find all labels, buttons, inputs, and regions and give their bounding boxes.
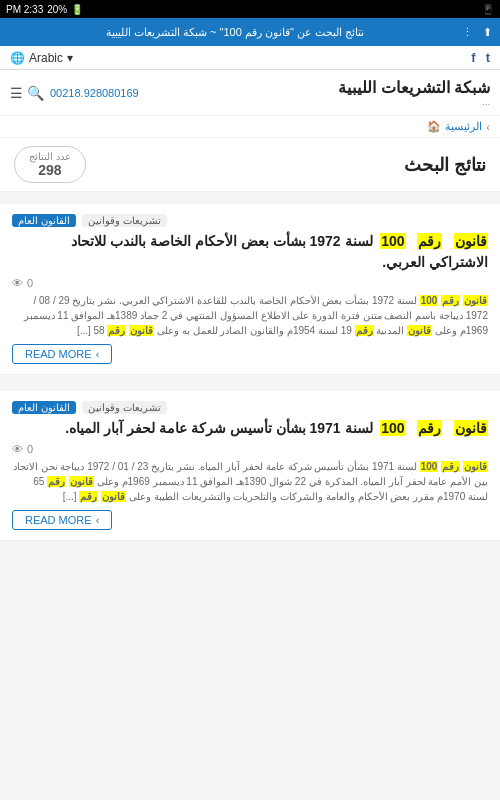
status-bar-info: 🔋 20% 2:33 PM (6, 4, 83, 15)
result-card: تشريعات وقوانين القانون العام قانون رقم … (0, 204, 500, 375)
highlight-raqm: رقم (417, 233, 442, 249)
card-tags-2: تشريعات وقوانين القانون العام (12, 401, 488, 414)
highlight-qanoon-2: قانون (454, 420, 488, 436)
breadcrumb: › الرئيسية 🏠 (0, 116, 500, 138)
logo-area: شبكة التشريعات الليبية ... (338, 78, 490, 107)
battery-level: 20% (47, 4, 67, 15)
menu-icon[interactable]: ☰ (10, 85, 23, 101)
twitter-icon[interactable]: t (486, 50, 490, 65)
tag-tashriaat-2[interactable]: تشريعات وقوانين (82, 401, 167, 414)
arrow-icon-2: › (96, 514, 100, 526)
lang-selector[interactable]: 🌐 Arabic ▾ (10, 51, 73, 65)
read-more-label-2: READ MORE (25, 514, 92, 526)
breadcrumb-separator: › (486, 121, 490, 133)
count-label: عدد النتائج (29, 151, 71, 162)
breadcrumb-home[interactable]: الرئيسية (445, 120, 482, 133)
home-icon: 🏠 (427, 120, 441, 133)
time: 2:33 PM (6, 4, 43, 15)
results-count-box: عدد النتائج 298 (14, 146, 86, 183)
card-title-2: قانون رقم 100 لسنة 1971 بشأن تأسيس شركة … (12, 418, 488, 439)
highlight-raqm-2: رقم (417, 420, 442, 436)
notification-bar: ⬆ ⋮ نتائج البحث عن "قانون رقم 100" ~ شبك… (0, 18, 500, 46)
highlight-qanoon: قانون (454, 233, 488, 249)
eye-icon: 👁 (12, 277, 23, 289)
tag-tashriaat[interactable]: تشريعات وقوانين (82, 214, 167, 227)
read-more-area-1: › READ MORE (12, 344, 488, 364)
battery-icon: 🔋 (71, 4, 83, 15)
tag-qanoon-aam-2[interactable]: القانون العام (12, 401, 76, 414)
lang-flag: ▾ (67, 51, 73, 65)
results-header: نتائج البحث عدد النتائج 298 (0, 138, 500, 192)
read-more-button-2[interactable]: › READ MORE (12, 510, 112, 530)
highlight-100: 100 (380, 233, 405, 249)
site-header: شبكة التشريعات الليبية ... 00218.9280801… (0, 70, 500, 116)
read-more-label-1: READ MORE (25, 348, 92, 360)
result-card-2: تشريعات وقوانين القانون العام قانون رقم … (0, 391, 500, 541)
highlight-100-2: 100 (380, 420, 405, 436)
lang-label: Arabic (29, 51, 63, 65)
search-icon[interactable]: 🔍 (27, 85, 44, 101)
views-count-1: 0 (27, 277, 33, 289)
lang-bar: 🌐 Arabic ▾ f t (0, 46, 500, 70)
facebook-icon[interactable]: f (471, 50, 475, 65)
site-subtitle: ... (338, 97, 490, 107)
page-title: نتائج البحث عن "قانون رقم 100" ~ شبكة ال… (8, 25, 462, 39)
results-title: نتائج البحث (404, 154, 486, 176)
views-count-2: 0 (27, 443, 33, 455)
phone-number: 00218.928080169 (50, 87, 139, 99)
card-views-2: 0 👁 (12, 443, 488, 455)
results-list: تشريعات وقوانين القانون العام قانون رقم … (0, 200, 500, 784)
status-bar-app: 📱 (482, 4, 494, 15)
globe-icon: 🌐 (10, 51, 25, 65)
site-logo: شبكة التشريعات الليبية (338, 78, 490, 97)
arrow-icon: › (96, 348, 100, 360)
card-tags: تشريعات وقوانين القانون العام (12, 214, 488, 227)
count-number: 298 (29, 162, 71, 178)
menu-icon[interactable]: ⋮ (462, 26, 473, 39)
card-excerpt-2: قانون رقم 100 لسنة 1971 بشأن تأسيس شركة … (12, 459, 488, 504)
social-links[interactable]: f t (471, 50, 490, 65)
notification-icons: ⬆ ⋮ (462, 26, 492, 39)
status-bar: 📱 🔋 20% 2:33 PM (0, 0, 500, 18)
card-title-1: قانون رقم 100 لسنة 1972 بشأت بعض الأحكام… (12, 231, 488, 273)
read-more-button-1[interactable]: › READ MORE (12, 344, 112, 364)
eye-icon-2: 👁 (12, 443, 23, 455)
read-more-area-2: › READ MORE (12, 510, 488, 530)
header-right: 00218.928080169 🔍 ☰ (10, 85, 139, 101)
share-icon[interactable]: ⬆ (483, 26, 492, 39)
header-icons: 🔍 ☰ (10, 85, 44, 101)
tag-qanoon-aam[interactable]: القانون العام (12, 214, 76, 227)
divider (0, 383, 500, 391)
card-views-1: 0 👁 (12, 277, 488, 289)
card-excerpt-1: قانون رقم 100 لسنة 1972 بشأت بعض الأحكام… (12, 293, 488, 338)
